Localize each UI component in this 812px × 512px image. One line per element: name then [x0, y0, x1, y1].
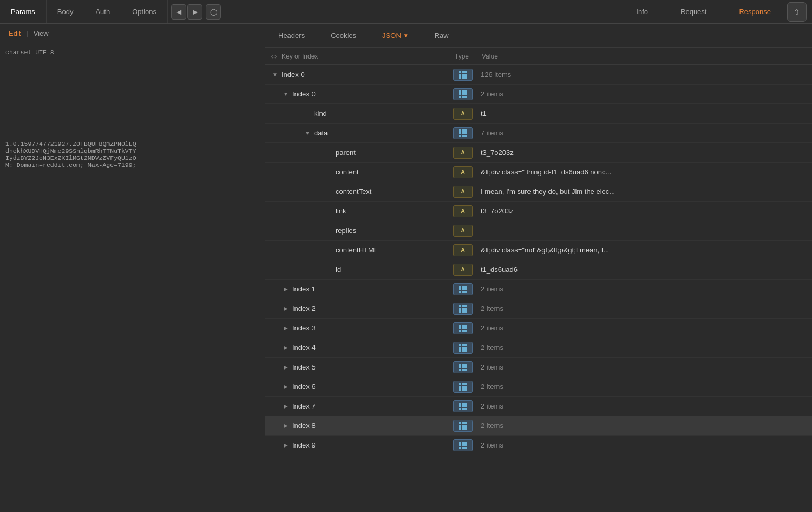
svg-rect-51 [459, 330, 461, 332]
svg-rect-23 [464, 132, 467, 134]
svg-rect-10 [462, 90, 464, 93]
key-label: Index 0 [281, 70, 305, 79]
svg-rect-7 [462, 76, 464, 79]
tree-type-cell: A [449, 166, 476, 178]
tree-type-cell: A [449, 147, 476, 159]
value-text: t3_7o203z [481, 207, 514, 215]
array-type-icon [453, 127, 473, 139]
svg-rect-67 [462, 366, 464, 368]
svg-rect-64 [462, 364, 464, 366]
svg-rect-2 [464, 71, 467, 73]
svg-rect-62 [464, 349, 467, 352]
tab-params[interactable]: Params [0, 0, 47, 23]
tree-row[interactable]: idAt1_ds6uad6 [265, 260, 812, 280]
tree-row[interactable]: parentAt3_7o203z [265, 143, 812, 163]
tree-row[interactable]: Index 02 items [265, 85, 812, 104]
svg-rect-61 [462, 349, 464, 352]
tab-info[interactable]: Info [620, 0, 664, 23]
pipe-divider: | [26, 29, 28, 37]
tree-row[interactable]: kindAt1 [265, 104, 812, 124]
array-type-icon [453, 303, 473, 315]
tree-row[interactable]: Index 12 items [265, 280, 812, 299]
svg-rect-55 [462, 344, 464, 346]
value-text: t1 [481, 109, 487, 118]
svg-rect-15 [459, 96, 461, 98]
sub-tab-raw[interactable]: Raw [422, 24, 462, 47]
tree-row[interactable]: contentA&lt;div class=" thing id-t1_ds6u… [265, 163, 812, 182]
edit-link[interactable]: Edit [9, 29, 21, 37]
svg-rect-19 [462, 129, 464, 132]
svg-rect-107 [464, 447, 467, 449]
sub-nav: Headers Cookies JSON ▼ Raw [265, 24, 812, 48]
string-type-icon: A [453, 186, 473, 198]
tab-request[interactable]: Request [664, 0, 723, 23]
expand-arrow-icon [271, 70, 279, 79]
svg-rect-20 [464, 129, 467, 132]
tree-row[interactable]: Index 32 items [265, 319, 812, 338]
svg-rect-26 [464, 135, 467, 137]
key-label: link [336, 207, 346, 215]
tree-row[interactable]: Index 42 items [265, 338, 812, 358]
tree-row[interactable]: repliesA [265, 221, 812, 241]
collapse-arrow-icon [281, 402, 290, 411]
svg-rect-63 [459, 364, 461, 366]
tree-row[interactable]: Index 52 items [265, 358, 812, 377]
tree-header: ⇔ Key or Index Type Value [265, 48, 812, 65]
tree-row[interactable]: Index 82 items [265, 416, 812, 436]
tab-options[interactable]: Options [121, 0, 168, 23]
tree-value-cell: 2 items [476, 324, 812, 332]
svg-rect-106 [462, 447, 464, 449]
tree-row[interactable]: Index 0126 items [265, 65, 812, 85]
tree-key-cell: kind [265, 109, 449, 118]
tree-key-cell: Index 6 [265, 383, 449, 391]
tree-type-cell [449, 400, 476, 412]
history-button[interactable]: ◯ [206, 4, 221, 20]
tree-header-value: Value [482, 53, 807, 60]
view-link[interactable]: View [34, 29, 49, 37]
tree-key-cell: Index 0 [265, 70, 449, 79]
json-tree[interactable]: Index 0126 itemsIndex 02 itemskindAt1dat… [265, 65, 812, 512]
tree-row[interactable]: data7 items [265, 124, 812, 143]
svg-rect-84 [459, 405, 461, 407]
tab-body[interactable]: Body [47, 0, 85, 23]
key-label: Index 3 [292, 324, 316, 332]
svg-rect-93 [459, 425, 461, 427]
key-label: id [336, 265, 341, 274]
tree-row[interactable]: Index 62 items [265, 377, 812, 397]
tree-row[interactable]: Index 22 items [265, 299, 812, 319]
tree-row[interactable]: Index 92 items [265, 436, 812, 455]
key-label: contentHTML [336, 246, 378, 254]
next-button[interactable]: ▶ [187, 4, 202, 20]
sub-tab-headers[interactable]: Headers [265, 24, 318, 47]
tree-value-cell: 2 items [476, 422, 812, 430]
tree-row[interactable]: contentHTMLA&lt;div class="md"&gt;&lt;p&… [265, 241, 812, 260]
tab-response[interactable]: Response [723, 0, 787, 23]
svg-rect-37 [462, 305, 464, 307]
tree-key-cell: Index 2 [265, 304, 449, 313]
sub-tab-cookies[interactable]: Cookies [318, 24, 369, 47]
tree-value-cell: 7 items [476, 129, 812, 137]
key-label: Index 9 [292, 441, 316, 449]
svg-rect-35 [464, 291, 467, 293]
sub-tab-json[interactable]: JSON ▼ [369, 24, 422, 47]
svg-rect-59 [464, 347, 467, 349]
share-button[interactable]: ⇧ [787, 2, 807, 22]
value-count: 2 items [481, 402, 503, 410]
key-label: Index 1 [292, 285, 316, 293]
tree-key-cell: contentText [265, 187, 449, 196]
tree-key-cell: link [265, 207, 449, 215]
tree-key-cell: data [265, 129, 449, 138]
tree-row[interactable]: contentTextAI mean, I'm sure they do, bu… [265, 182, 812, 202]
svg-rect-39 [459, 308, 461, 310]
tree-type-cell [449, 69, 476, 81]
tree-row[interactable]: Index 72 items [265, 397, 812, 416]
tree-key-cell: Index 0 [265, 90, 449, 99]
prev-button[interactable]: ◀ [171, 4, 186, 20]
svg-rect-70 [462, 369, 464, 371]
tree-key-cell: Index 7 [265, 402, 449, 411]
tree-row[interactable]: linkAt3_7o203z [265, 202, 812, 221]
array-type-icon [453, 361, 473, 373]
value-count: 7 items [481, 129, 503, 137]
tab-auth[interactable]: Auth [84, 0, 121, 23]
key-label: Index 4 [292, 344, 316, 352]
